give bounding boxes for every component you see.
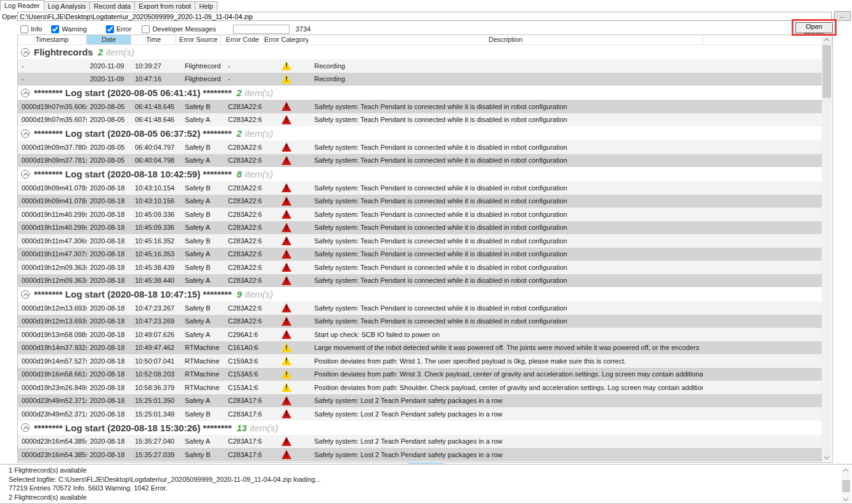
log-row[interactable]: 0000d19h09m41.078s2020-08-1810:43:10.156… — [18, 195, 822, 208]
log-row[interactable]: 0000d23h16m54.385s2020-08-1815:35:27.040… — [18, 435, 822, 449]
collapse-chevron-icon[interactable] — [21, 89, 30, 97]
error-category-cell — [264, 276, 309, 285]
cell-source: Safety A — [176, 331, 221, 338]
cell-timestamp: 0000d19h23m26.849s — [18, 384, 87, 391]
log-row[interactable]: 0000d19h16m58.661s2020-08-1810:52:08.203… — [18, 368, 822, 381]
status-scrollbar[interactable] — [842, 466, 851, 502]
scroll-down-icon[interactable] — [822, 452, 832, 461]
log-row[interactable]: 0000d19h12m09.363s2020-08-1810:45:38.439… — [18, 261, 822, 274]
log-row[interactable]: 0000d19h11m40.299s2020-08-1810:45:09.336… — [18, 221, 822, 235]
scroll-up-icon[interactable] — [842, 466, 851, 474]
cell-source: Safety A — [176, 250, 221, 258]
log-row[interactable]: 0000d19h09m37.781s2020-08-0506:40:04.798… — [18, 154, 822, 168]
log-row[interactable]: 0000d19h07m35.606s2020-08-0506:41:48.645… — [18, 100, 822, 113]
cell-timestamp: 0000d19h11m40.299s — [18, 224, 87, 231]
checkbox-developer-messages-input[interactable] — [142, 25, 150, 33]
log-row[interactable]: 0000d19h12m09.363s2020-08-1810:45:38.440… — [18, 274, 822, 288]
log-row[interactable]: 0000d19h09m37.780s2020-08-0506:40:04.797… — [18, 140, 822, 154]
cell-code: C153A5:6 — [221, 370, 264, 378]
cell-time: 10:45:09.336 — [131, 224, 176, 231]
group-header[interactable]: ******** Log start (2020-08-18 15:30:26)… — [18, 421, 822, 435]
scrollbar-thumb[interactable] — [842, 480, 850, 492]
cell-timestamp: - — [18, 75, 87, 83]
cell-code: C283A17:6 — [221, 410, 264, 418]
log-row[interactable]: 0000d19h14m57.527s2020-08-1810:50:07.041… — [18, 354, 822, 368]
collapse-chevron-icon[interactable] — [21, 129, 30, 138]
log-row[interactable]: 0000d19h14m37.932s2020-08-1810:49:47.462… — [18, 341, 822, 355]
log-row[interactable]: 0000d19h13m58.098s2020-08-1810:49:07.626… — [18, 328, 822, 341]
log-row[interactable]: 0000d23h49m52.371s2020-08-1815:25:01.350… — [18, 394, 822, 408]
cell-source: RTMachine — [176, 344, 221, 351]
checkbox-error[interactable]: Error — [106, 25, 131, 33]
log-row[interactable]: 0000d19h07m35.607s2020-08-0506:41:48.646… — [18, 113, 822, 127]
group-header[interactable]: ******** Log start (2020-08-05 06:41:41)… — [18, 86, 822, 100]
log-row[interactable]: 0000d23h16m54.385s2020-08-1815:35:27.039… — [18, 448, 822, 461]
column-header-error-category[interactable]: Error Category — [264, 35, 309, 44]
cell-code: C283A22:6 — [221, 224, 264, 231]
log-row[interactable]: 0000d19h12m13.693s2020-08-1810:47:23.267… — [18, 301, 822, 315]
browse-button[interactable]: ... — [834, 11, 851, 21]
collapse-chevron-icon[interactable] — [21, 48, 30, 57]
checkbox-warning[interactable]: Warning — [51, 25, 87, 33]
checkbox-developer-messages[interactable]: Developer Messages — [142, 25, 216, 33]
error-category-cell — [264, 383, 309, 392]
log-row[interactable]: 0000d19h09m41.078s2020-08-1810:43:10.154… — [18, 181, 822, 195]
status-line: 77219 Entries 70572 Info. 5603 Warning. … — [9, 484, 852, 493]
group-header[interactable]: ******** Log start (2020-08-18 10:47:15)… — [18, 287, 822, 301]
group-item-suffix: item(s) — [245, 169, 273, 179]
scroll-up-icon[interactable] — [822, 35, 832, 44]
column-header-error-source[interactable]: Error Source — [176, 35, 221, 44]
checkbox-warning-input[interactable] — [51, 25, 59, 33]
status-panel: 1 Flightrecord(s) availableSelected logf… — [0, 464, 852, 504]
log-row[interactable]: -2020-11-0910:39:27Flightrecord-Recordin… — [18, 59, 822, 73]
checkbox-info[interactable]: Info — [20, 25, 42, 33]
tab-log-reader[interactable]: Log Reader — [0, 0, 44, 10]
group-header[interactable]: ******** Log start (2020-08-18 10:42:59)… — [18, 167, 822, 181]
table-header-row: TimestampDateTimeError SourceError CodeE… — [18, 35, 832, 45]
cell-date: 2020-08-05 — [87, 156, 131, 164]
log-row[interactable]: 0000d19h11m40.299s2020-08-1810:45:09.336… — [18, 208, 822, 221]
log-row[interactable]: -2020-11-0910:47:16Flightrecord-Recordin… — [18, 73, 822, 86]
column-header-error-code[interactable]: Error Code — [221, 35, 264, 44]
log-row[interactable]: 0000d19h12m13.693s2020-08-1810:47:23.269… — [18, 315, 822, 328]
cell-timestamp: 0000d19h13m58.098s — [18, 331, 87, 338]
error-category-cell — [264, 115, 309, 124]
tab-log-analysis[interactable]: Log Analysis — [44, 1, 91, 10]
cell-date: 2020-11-09 — [87, 62, 131, 70]
cell-timestamp: 0000d19h07m35.607s — [18, 116, 87, 123]
column-header-time[interactable]: Time — [131, 35, 176, 44]
logfile-path-input[interactable] — [17, 12, 832, 21]
filter-search-input[interactable] — [233, 25, 290, 34]
cell-date: 2020-08-18 — [87, 370, 131, 378]
cell-date: 2020-08-05 — [87, 116, 131, 123]
column-header-description[interactable]: Description — [309, 35, 703, 44]
checkbox-error-input[interactable] — [106, 25, 114, 33]
cell-timestamp: 0000d19h09m37.781s — [18, 156, 87, 164]
open-groups-button[interactable]: Open groups — [795, 22, 833, 33]
group-header[interactable]: ******** Log start (2020-08-05 06:37:52)… — [18, 126, 822, 140]
column-header-filler — [703, 35, 832, 44]
column-header-timestamp[interactable]: Timestamp — [18, 35, 87, 44]
collapse-chevron-icon[interactable] — [21, 423, 30, 432]
cell-source: Flightrecord — [176, 62, 221, 70]
log-row[interactable]: 0000d19h11m47.307s2020-08-1810:45:16.353… — [18, 248, 822, 261]
collapse-chevron-icon[interactable] — [21, 170, 30, 179]
cell-source: Safety A — [176, 116, 221, 123]
cell-time: 10:43:10.154 — [131, 184, 176, 192]
scroll-down-icon[interactable] — [842, 495, 851, 502]
tab-export-from-robot[interactable]: Export from robot — [134, 1, 195, 10]
table-scrollbar[interactable] — [822, 35, 832, 461]
scrollbar-thumb[interactable] — [822, 45, 831, 98]
log-row[interactable]: 0000d23h49m52.371s2020-08-1815:25:01.349… — [18, 407, 822, 421]
collapse-chevron-icon[interactable] — [21, 290, 30, 299]
group-item-suffix: item(s) — [245, 87, 273, 98]
error-category-cell — [264, 102, 309, 111]
entry-count: 3734 — [296, 25, 310, 33]
column-header-date[interactable]: Date — [87, 35, 131, 44]
checkbox-info-input[interactable] — [20, 25, 28, 33]
log-row[interactable]: 0000d19h23m26.849s2020-08-1810:58:36.379… — [18, 381, 822, 394]
tab-record-data[interactable]: Record data — [89, 1, 135, 10]
group-header[interactable]: Flightrecords2item(s) — [18, 45, 822, 59]
tab-help[interactable]: Help — [195, 1, 217, 10]
log-row[interactable]: 0000d19h11m47.306s2020-08-1810:45:16.352… — [18, 234, 822, 248]
